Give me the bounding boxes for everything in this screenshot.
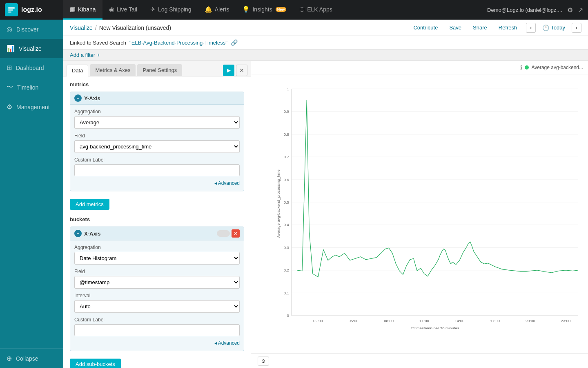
buckets-subsection-header: − X-Axis ✕ — [70, 227, 244, 240]
svg-text:05:00: 05:00 — [349, 319, 359, 323]
logout-icon[interactable]: ↗ — [578, 6, 583, 14]
subtitle-link[interactable]: "ELB-Avg-Backend-Processing-Timeless" — [129, 40, 227, 46]
svg-text:23:00: 23:00 — [561, 319, 570, 323]
breadcrumb-visualize-link[interactable]: Visualize — [70, 25, 93, 31]
bucket-field-select[interactable]: @timestamp bytes status_code — [74, 276, 240, 289]
add-metrics-button[interactable]: Add metrics — [70, 199, 109, 210]
breadcrumb-current: New Visualization (unsaved) — [99, 25, 171, 31]
tab-data[interactable]: Data — [67, 65, 88, 76]
svg-text:02:00: 02:00 — [313, 319, 323, 323]
user-label[interactable]: Demo@Logz.io (daniel@logz.... — [487, 7, 562, 13]
x-axis-badge: − — [74, 230, 82, 237]
kibana-icon: ▦ — [70, 6, 76, 13]
legend-color-dot — [525, 65, 529, 70]
chart-svg: Average avg-backend_processing_time 1 0.… — [276, 79, 580, 329]
svg-text:0.8: 0.8 — [284, 132, 289, 137]
save-button[interactable]: Save — [447, 23, 464, 32]
alerts-icon: 🔔 — [205, 6, 212, 13]
contribute-button[interactable]: Contribute — [411, 23, 440, 32]
remove-x-axis-button[interactable]: ✕ — [232, 229, 240, 238]
today-button[interactable]: Today — [551, 25, 565, 31]
field-select[interactable]: avg-backend_processing_time @timestamp b… — [74, 140, 240, 153]
buckets-advanced-link[interactable]: ◂ Advanced — [74, 340, 240, 346]
aggregation-group: Aggregation Average Sum Min Max Count — [74, 109, 240, 129]
panel-tabs: Data Metrics & Axes Panel Settings ▶ ✕ — [63, 61, 251, 76]
collapse-icon: ⊕ — [7, 355, 12, 362]
content-area: Visualize / New Visualization (unsaved) … — [63, 20, 588, 368]
prev-page-button[interactable]: ‹ — [526, 23, 536, 33]
custom-label-input[interactable] — [74, 164, 240, 176]
interval-select[interactable]: Auto Millisecond Second Minute Hour Day — [74, 300, 240, 313]
share-button[interactable]: Share — [470, 23, 490, 32]
chart-line — [297, 100, 578, 277]
sidebar-item-visualize[interactable]: 📊 Visualize — [0, 39, 63, 58]
tab-kibana[interactable]: ▦ Kibana — [63, 0, 102, 20]
add-filter-button[interactable]: Add a filter + — [70, 52, 100, 58]
interval-group: Interval Auto Millisecond Second Minute … — [74, 293, 240, 313]
svg-text:@timestamp per 30 minutes: @timestamp per 30 minutes — [410, 326, 459, 329]
tab-insights[interactable]: 💡 Insights New — [236, 0, 293, 20]
field-group: Field avg-backend_processing_time @times… — [74, 133, 240, 153]
chart-area: ℹ Average avg-backend... Average avg-bac… — [251, 61, 588, 368]
interval-label: Interval — [74, 293, 240, 298]
next-page-button[interactable]: › — [572, 23, 581, 33]
buckets-subsection: − X-Axis ✕ Aggregation Date His — [70, 227, 244, 351]
bucket-aggregation-group: Aggregation Date Histogram Histogram Ran… — [74, 245, 240, 265]
sidebar-item-management[interactable]: ⚙ Management — [0, 97, 63, 117]
tab-panel-settings[interactable]: Panel Settings — [137, 64, 182, 76]
chart-header: ℹ Average avg-backend... — [251, 61, 588, 74]
svg-rect-0 — [8, 7, 15, 9]
svg-text:08:00: 08:00 — [384, 319, 394, 323]
buckets-subsection-body: Aggregation Date Histogram Histogram Ran… — [70, 240, 244, 351]
refresh-button[interactable]: Refresh — [496, 23, 520, 32]
toggle-button[interactable] — [217, 230, 230, 237]
live-tail-icon: ◉ — [109, 6, 114, 13]
expand-chart-button[interactable]: ⊙ — [258, 357, 269, 366]
tab-elk-apps[interactable]: ⬡ ELK Apps — [293, 0, 339, 20]
sidebar-item-discover[interactable]: ◎ Discover — [0, 20, 63, 39]
bucket-aggregation-select[interactable]: Date Histogram Histogram Range Terms — [74, 252, 240, 265]
close-panel-button[interactable]: ✕ — [236, 65, 247, 76]
top-nav: logz.io ▦ Kibana ◉ Live Tail ✈ Log Shipp… — [0, 0, 588, 20]
play-button[interactable]: ▶ — [223, 65, 234, 76]
svg-text:14:00: 14:00 — [455, 319, 465, 323]
legend-label: Average avg-backend... — [531, 65, 583, 70]
buckets-advanced-chevron-icon: ◂ — [214, 340, 217, 346]
settings-icon[interactable]: ⚙ — [567, 6, 573, 14]
aggregation-select[interactable]: Average Sum Min Max Count — [74, 116, 240, 129]
sidebar-item-collapse[interactable]: ⊕ Collapse — [0, 349, 63, 368]
svg-text:17:00: 17:00 — [490, 319, 500, 323]
add-filter-icon: + — [97, 52, 100, 58]
filter-bar: Add a filter + — [63, 49, 588, 61]
aggregation-label: Aggregation — [74, 109, 240, 114]
svg-rect-1 — [8, 9, 13, 11]
chart-bottom-bar: ⊙ — [251, 353, 588, 368]
tab-metrics-axes[interactable]: Metrics & Axes — [90, 64, 136, 76]
breadcrumb-actions: Contribute Save Share Refresh ‹ 🕐 Today … — [411, 23, 581, 33]
bucket-custom-label-input[interactable] — [74, 324, 240, 336]
custom-label-group: Custom Label — [74, 157, 240, 176]
tab-log-shipping[interactable]: ✈ Log Shipping — [144, 0, 198, 20]
metrics-advanced-link[interactable]: ◂ Advanced — [74, 180, 240, 186]
svg-text:0.2: 0.2 — [284, 268, 289, 272]
left-panel: Data Metrics & Axes Panel Settings ▶ ✕ m… — [63, 61, 251, 368]
add-sub-buckets-button[interactable]: Add sub-buckets — [70, 359, 121, 368]
elk-apps-icon: ⬡ — [299, 6, 305, 13]
subtitle-bar: Linked to Saved Search "ELB-Avg-Backend-… — [63, 36, 588, 49]
management-icon: ⚙ — [7, 103, 12, 111]
tab-live-tail[interactable]: ◉ Live Tail — [102, 0, 144, 20]
tab-alerts[interactable]: 🔔 Alerts — [198, 0, 236, 20]
insights-icon: 💡 — [242, 6, 250, 13]
svg-text:0.3: 0.3 — [284, 245, 289, 250]
sidebar-item-dashboard[interactable]: ⊞ Dashboard — [0, 58, 63, 77]
discover-icon: ◎ — [7, 25, 12, 33]
svg-text:0.1: 0.1 — [284, 291, 289, 295]
bucket-field-group: Field @timestamp bytes status_code — [74, 269, 240, 289]
svg-text:0: 0 — [287, 313, 289, 318]
logo-area: logz.io — [0, 3, 63, 16]
sidebar-item-timelion[interactable]: 〜 Timelion — [0, 77, 63, 97]
svg-text:0.5: 0.5 — [284, 200, 289, 204]
log-shipping-icon: ✈ — [150, 6, 156, 13]
bucket-custom-label-group: Custom Label — [74, 317, 240, 336]
svg-text:0.4: 0.4 — [284, 222, 290, 227]
